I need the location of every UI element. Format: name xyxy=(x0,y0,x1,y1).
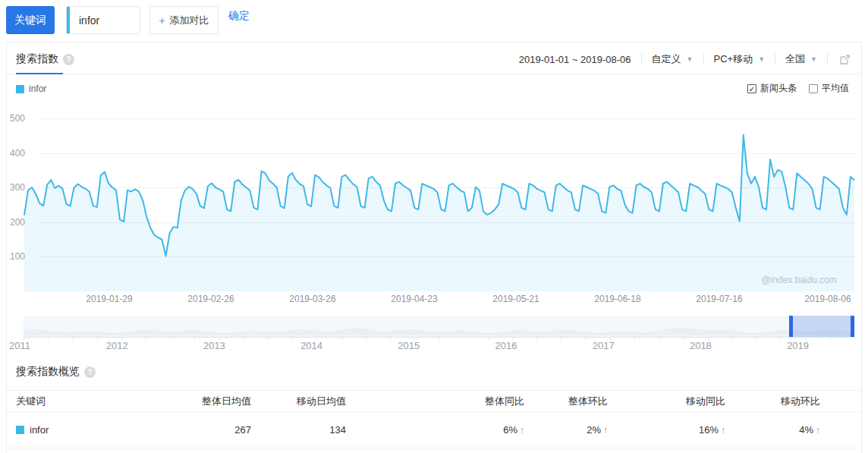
help-icon[interactable]: ? xyxy=(63,54,74,65)
x-tick-label: 2019-07-16 xyxy=(685,294,753,304)
external-link-icon[interactable] xyxy=(839,54,851,65)
keyword-input-wrap[interactable] xyxy=(66,6,140,34)
x-tick-label: 2019-08-06 xyxy=(794,294,862,304)
col-keyword: 关键词 xyxy=(16,395,190,408)
col-mobile-yoy: 移动同比 xyxy=(608,395,725,408)
x-tick-label: 2019-04-23 xyxy=(380,294,448,304)
tab-divider xyxy=(7,74,861,74)
keyword-input[interactable] xyxy=(70,7,140,33)
chart-controls: 2019-01-01 ~ 2019-08-06 自定义 ▼ PC+移动 ▼ 全国… xyxy=(519,51,851,68)
overview-table: 关键词 整体日均值 移动日均值 整体同比 整体环比 移动同比 移动环比 info… xyxy=(7,390,863,448)
checkbox-unchecked-icon xyxy=(809,84,818,93)
add-compare-button[interactable]: + 添加对比 xyxy=(149,6,219,34)
top-search-bar: 关键词 + 添加对比 确定 xyxy=(0,0,868,42)
watermark: @index.baidu.com xyxy=(761,275,837,285)
x-tick-label: 2019-06-18 xyxy=(583,294,652,304)
chevron-down-icon: ▼ xyxy=(810,55,817,63)
col-mobile-avg: 移动日均值 xyxy=(251,395,346,408)
plus-icon: + xyxy=(159,14,165,27)
chevron-down-icon: ▼ xyxy=(758,55,765,63)
x-tick-label: 2019-01-29 xyxy=(75,294,143,304)
page-title: 搜索指数 xyxy=(16,52,58,66)
slider-year-labels: 201120122013201420152016201720182019 xyxy=(7,340,863,352)
mobile-avg-value: 134 xyxy=(251,424,346,436)
slider-year-label: 2012 xyxy=(94,340,140,351)
keyword-button[interactable]: 关键词 xyxy=(6,6,55,34)
overview-title: 搜索指数概览 ? xyxy=(16,365,96,379)
slider-year-label: 2018 xyxy=(678,340,723,351)
slider-year-label: 2016 xyxy=(483,340,529,351)
news-headlines-toggle[interactable]: ✓ 新闻头条 xyxy=(747,82,797,95)
slider-year-label: 2019 xyxy=(775,340,821,351)
legend-swatch xyxy=(16,85,24,93)
overlay-toggles: ✓ 新闻头条 平均值 xyxy=(747,82,849,95)
mobile-yoy-value: 16%↑ xyxy=(608,424,725,436)
table-header-row: 关键词 整体日均值 移动日均值 整体同比 整体环比 移动同比 移动环比 xyxy=(7,390,863,412)
region-dropdown[interactable]: 全国 ▼ xyxy=(785,52,817,66)
slider-year-label: 2013 xyxy=(191,340,237,351)
trend-line-chart[interactable] xyxy=(24,115,856,294)
x-axis-labels: 2019-01-292019-02-262019-03-262019-04-23… xyxy=(7,294,863,306)
overall-avg-value: 267 xyxy=(190,424,251,436)
chevron-down-icon: ▼ xyxy=(687,55,693,63)
area-fill xyxy=(24,135,854,291)
col-overall-mom: 整体环比 xyxy=(524,395,608,408)
legend-label: infor xyxy=(29,83,46,94)
date-range-label[interactable]: 2019-01-01 ~ 2019-08-06 xyxy=(519,54,631,65)
overall-mom-value: 2%↑ xyxy=(524,424,608,436)
x-tick-label: 2019-05-21 xyxy=(482,294,550,304)
col-overall-yoy: 整体同比 xyxy=(346,395,524,408)
slider-selection[interactable] xyxy=(791,316,851,338)
add-compare-label: 添加对比 xyxy=(170,14,209,27)
overall-yoy-value: 6%↑ xyxy=(346,424,524,436)
device-dropdown[interactable]: PC+移动 ▼ xyxy=(714,52,766,66)
timeline-slider-track[interactable] xyxy=(24,316,855,337)
slider-year-label: 2014 xyxy=(289,340,335,351)
slider-year-label: 2015 xyxy=(386,340,432,351)
slider-year-label: 2011 xyxy=(0,340,42,351)
x-tick-label: 2019-02-26 xyxy=(177,294,245,304)
average-toggle[interactable]: 平均值 xyxy=(809,82,849,95)
slider-year-label: 2017 xyxy=(580,340,626,351)
table-row: infor 267 134 6%↑ 2%↑ 16%↑ 4%↑ xyxy=(7,412,863,448)
range-mode-dropdown[interactable]: 自定义 ▼ xyxy=(652,52,693,66)
series-swatch xyxy=(16,426,24,434)
mobile-mom-value: 4%↑ xyxy=(725,424,820,436)
slider-handle-right[interactable] xyxy=(851,316,854,338)
help-icon[interactable]: ? xyxy=(84,366,96,378)
active-tab-underline xyxy=(16,73,63,74)
series-legend[interactable]: infor xyxy=(16,83,46,94)
col-overall-avg: 整体日均值 xyxy=(190,395,251,408)
confirm-link[interactable]: 确定 xyxy=(228,9,250,23)
col-mobile-mom: 移动环比 xyxy=(725,395,820,408)
checkbox-checked-icon: ✓ xyxy=(747,84,756,93)
trend-panel: 搜索指数 ? 2019-01-01 ~ 2019-08-06 自定义 ▼ PC+… xyxy=(6,42,862,453)
arrow-up-icon: ↑ xyxy=(816,425,820,436)
keyword-cell: infor xyxy=(16,424,190,436)
x-tick-label: 2019-03-26 xyxy=(278,294,347,304)
slider-minimap xyxy=(24,317,854,336)
tab-search-index[interactable]: 搜索指数 ? xyxy=(16,52,74,66)
slider-handle-left[interactable] xyxy=(789,316,793,338)
